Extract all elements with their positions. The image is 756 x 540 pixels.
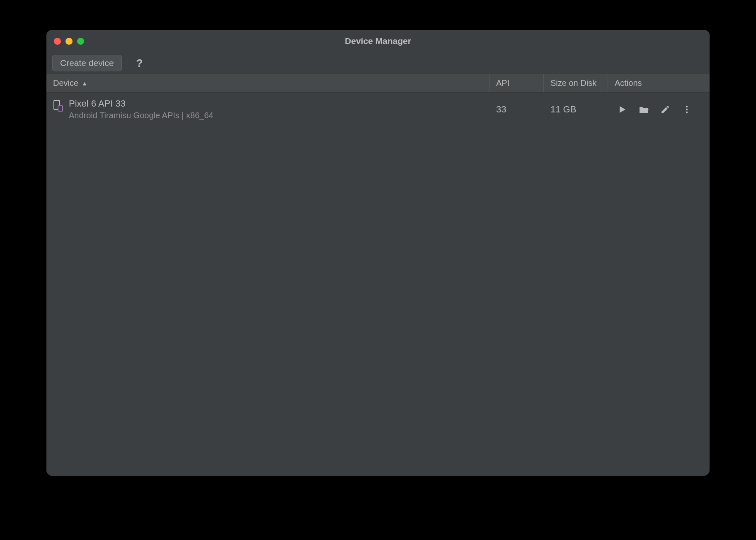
window-title: Device Manager: [345, 36, 411, 46]
api-cell: 33: [489, 104, 544, 115]
svg-point-2: [686, 105, 688, 107]
svg-point-3: [686, 108, 688, 110]
traffic-lights: [54, 38, 84, 45]
more-options-icon[interactable]: [682, 105, 692, 114]
svg-rect-1: [58, 106, 63, 111]
column-header-size[interactable]: Size on Disk: [544, 74, 608, 92]
table-header: Device ▲ API Size on Disk Actions: [46, 74, 710, 92]
maximize-window-button[interactable]: [77, 38, 84, 45]
column-header-actions: Actions: [608, 74, 710, 92]
table-body: Pixel 6 API 33 Android Tiramisu Google A…: [46, 92, 710, 476]
column-header-api[interactable]: API: [489, 74, 544, 92]
size-cell: 11 GB: [544, 104, 608, 115]
device-subtitle: Android Tiramisu Google APIs | x86_64: [69, 111, 213, 120]
titlebar: Device Manager: [46, 30, 710, 52]
minimize-window-button[interactable]: [65, 38, 73, 45]
column-header-actions-label: Actions: [615, 78, 642, 88]
folder-icon[interactable]: [639, 105, 649, 114]
device-cell: Pixel 6 API 33 Android Tiramisu Google A…: [46, 98, 489, 120]
column-header-device-label: Device: [53, 78, 78, 88]
column-header-device[interactable]: Device ▲: [46, 74, 489, 92]
create-device-button[interactable]: Create device: [52, 55, 122, 71]
device-name: Pixel 6 API 33: [69, 98, 213, 109]
sort-ascending-icon: ▲: [82, 80, 87, 87]
toolbar: Create device ?: [46, 52, 710, 74]
play-icon[interactable]: [617, 105, 627, 114]
close-window-button[interactable]: [54, 38, 61, 45]
svg-point-4: [686, 111, 688, 113]
column-header-api-label: API: [496, 78, 509, 88]
table-row[interactable]: Pixel 6 API 33 Android Tiramisu Google A…: [46, 92, 710, 126]
device-info: Pixel 6 API 33 Android Tiramisu Google A…: [69, 98, 213, 120]
phone-icon: [53, 100, 63, 112]
toolbar-divider: [128, 57, 128, 69]
actions-cell: [608, 105, 710, 114]
help-icon[interactable]: ?: [134, 57, 145, 70]
device-manager-window: Device Manager Create device ? Device ▲ …: [46, 30, 710, 476]
edit-icon[interactable]: [660, 105, 670, 114]
column-header-size-label: Size on Disk: [550, 78, 596, 88]
